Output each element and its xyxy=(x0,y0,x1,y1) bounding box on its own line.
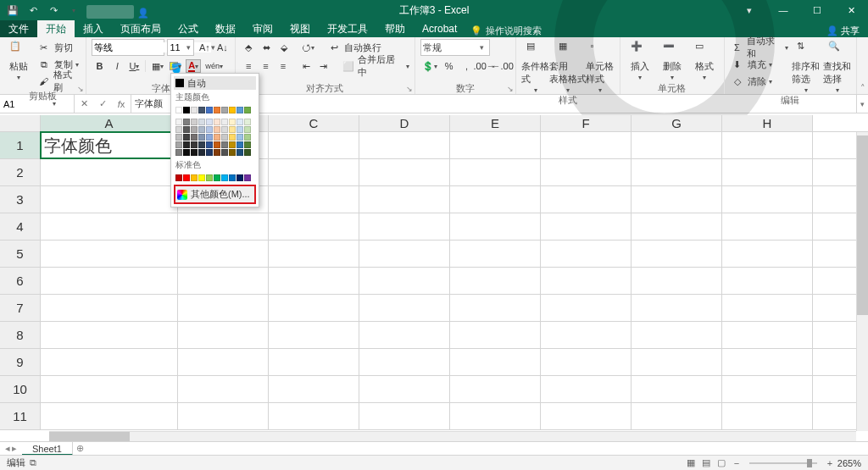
font-size-input[interactable] xyxy=(170,42,185,53)
align-launcher-icon[interactable]: ↘ xyxy=(406,85,413,93)
color-swatch[interactable] xyxy=(198,119,205,125)
tab-view[interactable]: 视图 xyxy=(281,20,319,37)
cell[interactable] xyxy=(541,241,632,267)
cell[interactable] xyxy=(722,268,813,294)
color-swatch[interactable] xyxy=(214,126,220,133)
cell[interactable] xyxy=(450,132,541,158)
zoom-slider[interactable] xyxy=(749,462,817,464)
font-size-combo[interactable]: ▾ xyxy=(167,39,194,56)
align-left-icon[interactable]: ≡ xyxy=(241,59,255,73)
cell[interactable] xyxy=(541,376,632,402)
chevron-down-icon[interactable]: ▾ xyxy=(477,43,487,52)
color-swatch[interactable] xyxy=(229,141,236,148)
row-header[interactable]: 1 xyxy=(0,132,41,158)
color-swatch[interactable] xyxy=(229,134,236,141)
cell[interactable] xyxy=(178,349,269,375)
cell[interactable] xyxy=(722,186,813,213)
cell[interactable] xyxy=(632,268,722,294)
cell[interactable] xyxy=(541,349,632,375)
row-header[interactable]: 3 xyxy=(0,186,41,213)
color-swatch[interactable] xyxy=(221,119,228,125)
font-color-button[interactable]: A▾ xyxy=(186,59,201,73)
color-swatch[interactable] xyxy=(198,126,205,133)
tab-home[interactable]: 开始 xyxy=(37,20,75,37)
merge-label[interactable]: 合并后居中 xyxy=(358,53,403,79)
cell[interactable] xyxy=(632,349,722,375)
color-swatch[interactable] xyxy=(236,126,243,133)
cell[interactable] xyxy=(722,132,813,158)
color-swatch[interactable] xyxy=(236,174,243,181)
percent-format-icon[interactable]: % xyxy=(442,59,457,73)
color-swatch[interactable] xyxy=(214,141,220,148)
horizontal-scrollbar[interactable] xyxy=(49,431,856,441)
cell[interactable] xyxy=(359,268,450,294)
color-swatch[interactable] xyxy=(198,107,205,113)
color-swatch[interactable] xyxy=(229,107,236,113)
cell[interactable] xyxy=(541,213,632,240)
insert-cells-button[interactable]: ➕插入▾ xyxy=(626,39,654,81)
cell[interactable] xyxy=(359,376,450,402)
tell-me[interactable]: 💡 操作说明搜索 xyxy=(470,25,542,37)
chevron-down-icon[interactable]: ▾ xyxy=(185,43,192,52)
color-swatch[interactable] xyxy=(206,107,213,113)
enter-formula-icon[interactable]: ✓ xyxy=(93,98,112,109)
underline-button[interactable]: U▾ xyxy=(127,59,141,73)
cell[interactable] xyxy=(722,376,813,402)
maximize-button[interactable]: ☐ xyxy=(800,0,834,20)
page-layout-view-icon[interactable]: ▤ xyxy=(698,457,714,468)
cell[interactable] xyxy=(359,186,450,213)
paste-button[interactable]: 📋 粘贴 ▾ xyxy=(5,39,33,81)
new-sheet-button[interactable]: ⊕ xyxy=(73,443,88,454)
cell[interactable] xyxy=(722,159,813,185)
increase-font-icon[interactable]: A↑ xyxy=(197,41,212,54)
cell[interactable] xyxy=(632,322,722,348)
clear-label[interactable]: 清除 xyxy=(748,75,766,88)
color-swatch[interactable] xyxy=(198,149,205,156)
cell[interactable] xyxy=(359,159,450,185)
color-swatch[interactable] xyxy=(214,119,220,125)
accounting-format-icon[interactable]: 💲▾ xyxy=(420,59,439,73)
cell[interactable] xyxy=(178,403,269,429)
col-header-a[interactable]: A xyxy=(41,115,178,131)
color-swatch[interactable] xyxy=(236,107,243,113)
color-swatch[interactable] xyxy=(175,174,182,181)
color-swatch[interactable] xyxy=(244,119,251,125)
cell[interactable] xyxy=(450,403,541,429)
font-name-combo[interactable]: ▾ xyxy=(92,39,164,56)
tab-page-layout[interactable]: 页面布局 xyxy=(112,20,170,37)
color-swatch[interactable] xyxy=(191,126,198,133)
autosum-icon[interactable]: Σ xyxy=(730,41,744,54)
row-header[interactable]: 10 xyxy=(0,376,41,402)
user-avatar-icon[interactable]: 👤 xyxy=(137,8,147,18)
cell[interactable] xyxy=(722,403,813,429)
cell[interactable] xyxy=(632,213,722,240)
cell[interactable] xyxy=(632,241,722,267)
conditional-format-button[interactable]: ▤条件格式▾ xyxy=(521,39,550,94)
redo-icon[interactable]: ↷ xyxy=(46,3,61,18)
wrap-text-label[interactable]: 自动换行 xyxy=(344,41,381,54)
cell[interactable] xyxy=(41,241,178,267)
color-swatch[interactable] xyxy=(198,134,205,141)
col-header-h[interactable]: H xyxy=(722,115,813,131)
cell[interactable] xyxy=(269,186,359,213)
color-swatch[interactable] xyxy=(191,174,198,181)
row-header[interactable]: 6 xyxy=(0,268,41,294)
sheet-tab[interactable]: Sheet1 xyxy=(22,442,73,456)
color-swatch[interactable] xyxy=(183,149,190,156)
cell[interactable] xyxy=(359,213,450,240)
orientation-icon[interactable]: ⭯▾ xyxy=(300,41,316,54)
increase-decimal-icon[interactable]: .00→ xyxy=(477,59,492,73)
color-swatch[interactable] xyxy=(214,107,220,113)
cell[interactable] xyxy=(450,159,541,185)
cell[interactable] xyxy=(722,322,813,348)
cell[interactable] xyxy=(178,376,269,402)
cell[interactable] xyxy=(178,213,269,240)
color-swatch[interactable] xyxy=(221,149,228,156)
cell[interactable] xyxy=(178,268,269,294)
comma-format-icon[interactable]: , xyxy=(459,59,475,73)
color-swatch[interactable] xyxy=(244,149,251,156)
color-swatch[interactable] xyxy=(183,141,190,148)
cell[interactable] xyxy=(450,295,541,321)
table-format-button[interactable]: ▦套用 表格格式▾ xyxy=(554,39,582,94)
find-select-button[interactable]: 🔍查找和选择▾ xyxy=(823,39,851,94)
